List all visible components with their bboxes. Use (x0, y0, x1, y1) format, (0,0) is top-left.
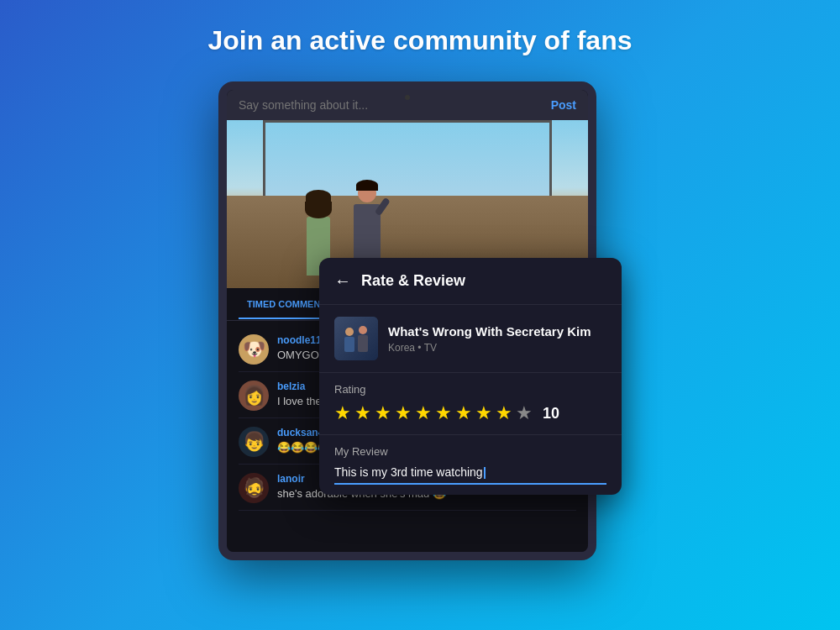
post-button[interactable]: Post (551, 98, 576, 112)
panel-header: ← Rate & Review (319, 258, 622, 305)
tablet-container: Post (218, 81, 622, 569)
star-4[interactable]: ★ (395, 402, 412, 424)
show-info: What's Wrong With Secretary Kim Korea • … (319, 305, 622, 373)
star-3[interactable]: ★ (375, 402, 391, 424)
panel-title: Rate & Review (361, 272, 465, 290)
star-10[interactable]: ★ (516, 402, 533, 424)
star-1[interactable]: ★ (334, 402, 351, 424)
show-thumbnail (334, 317, 378, 360)
rating-number: 10 (543, 405, 559, 423)
star-6[interactable]: ★ (435, 402, 452, 424)
star-2[interactable]: ★ (354, 402, 371, 424)
review-section: My Review This is my 3rd time watching (319, 435, 622, 495)
rate-review-panel: ← Rate & Review (319, 258, 622, 495)
review-label: My Review (334, 445, 606, 458)
avatar: 👩 (239, 381, 269, 411)
show-meta: Korea • TV (388, 342, 606, 354)
stars-row: ★ ★ ★ ★ ★ ★ ★ ★ ★ ★ 10 (334, 402, 606, 424)
tablet-camera (405, 95, 410, 100)
star-7[interactable]: ★ (455, 402, 472, 424)
review-text: This is my 3rd time watching (334, 465, 483, 479)
avatar: 🐶 (239, 334, 269, 365)
comment-input[interactable] (239, 98, 543, 112)
star-9[interactable]: ★ (496, 402, 512, 424)
review-input-container[interactable]: This is my 3rd time watching (334, 465, 606, 485)
star-8[interactable]: ★ (475, 402, 492, 424)
avatar: 👦 (239, 427, 269, 457)
rating-section: Rating ★ ★ ★ ★ ★ ★ ★ ★ ★ ★ 10 (319, 373, 622, 435)
back-button[interactable]: ← (334, 271, 351, 291)
show-details: What's Wrong With Secretary Kim Korea • … (388, 324, 606, 354)
page-title: Join an active community of fans (208, 25, 633, 56)
review-cursor (484, 467, 486, 479)
avatar: 🧔 (239, 473, 269, 503)
rating-label: Rating (334, 383, 606, 396)
show-name: What's Wrong With Secretary Kim (388, 324, 606, 339)
star-5[interactable]: ★ (415, 402, 432, 424)
